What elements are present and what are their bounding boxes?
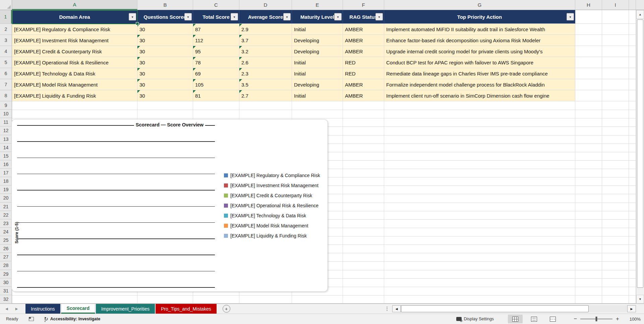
column-header-D[interactable]: D bbox=[239, 0, 292, 10]
cell-questions[interactable]: 30 bbox=[137, 68, 193, 79]
scroll-left-icon[interactable]: ◀ bbox=[392, 305, 401, 312]
sheet-tab-improvement-priorities[interactable]: Improvement_Priorities bbox=[96, 304, 155, 314]
row-header-12[interactable]: 12 bbox=[0, 126, 12, 135]
cell-average[interactable]: 2.6 bbox=[239, 57, 292, 68]
header-cell-domain-area[interactable]: Domain Area ▾ bbox=[12, 10, 137, 24]
cell-average[interactable]: 2.9 bbox=[239, 24, 292, 35]
empty-cell[interactable] bbox=[629, 35, 636, 46]
macro-record-icon[interactable] bbox=[29, 317, 34, 321]
cell-total[interactable]: 81 bbox=[193, 90, 239, 101]
column-header-I[interactable]: I bbox=[602, 0, 629, 10]
row-header-31[interactable]: 31 bbox=[0, 287, 12, 295]
horizontal-scroll-track[interactable] bbox=[589, 305, 627, 312]
cell-maturity[interactable]: Developing bbox=[292, 46, 343, 57]
header-cell-average-score[interactable]: Average Score ▾ bbox=[239, 10, 292, 24]
cell-domain[interactable]: [EXAMPLE] Liquidity & Funding Risk bbox=[12, 90, 137, 101]
page-break-view-button[interactable] bbox=[545, 315, 560, 323]
cell-action[interactable]: Formalize independent model challenge pr… bbox=[384, 79, 575, 90]
zoom-in-button[interactable]: + bbox=[612, 316, 623, 322]
column-header-A[interactable]: A bbox=[12, 0, 137, 10]
row-header-19[interactable]: 19 bbox=[0, 185, 12, 194]
cell-domain[interactable]: [EXAMPLE] Investment Risk Management bbox=[12, 35, 137, 46]
empty-cell[interactable] bbox=[602, 10, 629, 24]
column-header-C[interactable]: C bbox=[193, 0, 239, 10]
row-header-10[interactable]: 10 bbox=[0, 110, 12, 118]
empty-cell[interactable] bbox=[575, 79, 602, 90]
cell-rag[interactable]: AMBER bbox=[343, 24, 384, 35]
cell-maturity[interactable]: Developing bbox=[292, 35, 343, 46]
cell-questions[interactable]: 30 bbox=[137, 79, 193, 90]
tab-scroll-left-icon[interactable]: ◀ bbox=[5, 307, 8, 311]
row-header-32[interactable]: 32 bbox=[0, 295, 12, 304]
row-header-6[interactable]: 6 bbox=[0, 68, 12, 79]
cell-action[interactable]: Implement client run-off scenario in Sim… bbox=[384, 90, 575, 101]
zoom-out-button[interactable]: − bbox=[570, 316, 580, 322]
scroll-down-icon[interactable]: ▼ bbox=[636, 295, 644, 304]
sheet-tab-instructions[interactable]: Instructions bbox=[25, 304, 60, 314]
empty-cell[interactable] bbox=[629, 24, 636, 35]
row-header-13[interactable]: 13 bbox=[0, 135, 12, 144]
cell-average[interactable]: 3.5 bbox=[239, 79, 292, 90]
cell-total[interactable]: 95 bbox=[193, 46, 239, 57]
vertical-scroll-thumb[interactable] bbox=[637, 19, 643, 288]
cell-maturity[interactable]: Initial bbox=[292, 68, 343, 79]
cell-total[interactable]: 69 bbox=[193, 68, 239, 79]
cell-average[interactable]: 2.7 bbox=[239, 90, 292, 101]
cell-action[interactable]: Implement automated MiFID II suitability… bbox=[384, 24, 575, 35]
header-cell-top-priority-action[interactable]: Top Priority Action ▾ bbox=[384, 10, 575, 24]
column-header-E[interactable]: E bbox=[292, 0, 343, 10]
row-header-30[interactable]: 30 bbox=[0, 278, 12, 287]
empty-cell[interactable] bbox=[602, 90, 629, 101]
filter-dropdown-icon[interactable]: ▾ bbox=[375, 13, 383, 20]
header-cell-rag-status[interactable]: RAG Status ▾ bbox=[343, 10, 384, 24]
row-header-3[interactable]: 3 bbox=[0, 35, 12, 46]
column-header-G[interactable]: G bbox=[384, 0, 575, 10]
header-cell-questions-scored[interactable]: Questions Scored ▾ bbox=[137, 10, 193, 24]
display-settings-button[interactable]: Display Settings bbox=[456, 317, 494, 321]
row-header-4[interactable]: 4 bbox=[0, 46, 12, 57]
scroll-right-icon[interactable]: ▶ bbox=[627, 305, 636, 312]
empty-cell[interactable] bbox=[629, 79, 636, 90]
row-header-21[interactable]: 21 bbox=[0, 203, 12, 211]
filter-dropdown-icon[interactable]: ▾ bbox=[283, 13, 291, 20]
row-header-7[interactable]: 7 bbox=[0, 79, 12, 90]
header-cell-maturity-level[interactable]: Maturity Level ▾ bbox=[292, 10, 343, 24]
cell-total[interactable]: 112 bbox=[193, 35, 239, 46]
zoom-slider-handle[interactable] bbox=[596, 317, 597, 321]
empty-cell[interactable] bbox=[602, 68, 629, 79]
empty-cell[interactable] bbox=[602, 35, 629, 46]
normal-view-button[interactable] bbox=[508, 315, 523, 323]
empty-cell[interactable] bbox=[575, 24, 602, 35]
cell-rag[interactable]: RED bbox=[343, 57, 384, 68]
row-header-2[interactable]: 2 bbox=[0, 24, 12, 35]
cell-total[interactable]: 105 bbox=[193, 79, 239, 90]
cell-maturity[interactable]: Initial bbox=[292, 90, 343, 101]
row-header-17[interactable]: 17 bbox=[0, 169, 12, 177]
row-header-20[interactable]: 20 bbox=[0, 194, 12, 202]
column-header-F[interactable]: F bbox=[343, 0, 384, 10]
empty-cell[interactable] bbox=[629, 90, 636, 101]
sheet-tab-scorecard[interactable]: Scorecard bbox=[61, 304, 95, 314]
empty-cell[interactable] bbox=[602, 24, 629, 35]
filter-dropdown-icon[interactable]: ▾ bbox=[129, 13, 136, 20]
column-header-B[interactable]: B bbox=[137, 0, 193, 10]
new-sheet-button[interactable]: + bbox=[223, 305, 230, 313]
empty-cell[interactable] bbox=[575, 46, 602, 57]
cell-domain[interactable]: [EXAMPLE] Technology & Data Risk bbox=[12, 68, 137, 79]
cell-domain[interactable]: [EXAMPLE] Regulatory & Compliance Risk bbox=[12, 24, 137, 35]
filter-dropdown-icon[interactable]: ▾ bbox=[567, 13, 574, 20]
row-header-9[interactable]: 9 bbox=[0, 101, 12, 110]
horizontal-scroll-thumb[interactable] bbox=[401, 305, 589, 312]
cell-questions[interactable]: 30 bbox=[137, 46, 193, 57]
row-header-16[interactable]: 16 bbox=[0, 160, 12, 169]
select-all-corner[interactable] bbox=[0, 0, 12, 10]
empty-cell[interactable] bbox=[629, 57, 636, 68]
empty-cell[interactable] bbox=[602, 46, 629, 57]
empty-cell[interactable] bbox=[575, 90, 602, 101]
row-header-5[interactable]: 5 bbox=[0, 57, 12, 68]
row-header-26[interactable]: 26 bbox=[0, 245, 12, 253]
cell-average[interactable]: 3.7 bbox=[239, 35, 292, 46]
row-header-11[interactable]: 11 bbox=[0, 118, 12, 126]
cell-questions[interactable]: 30 bbox=[137, 57, 193, 68]
cell-action[interactable]: Remediate data lineage gaps in Charles R… bbox=[384, 68, 575, 79]
